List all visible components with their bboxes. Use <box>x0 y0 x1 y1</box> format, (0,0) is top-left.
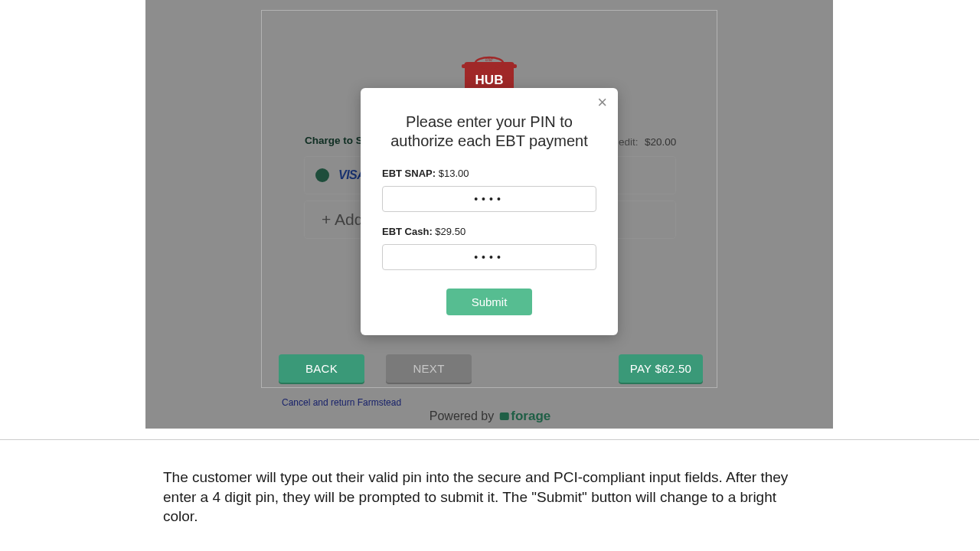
section-divider <box>0 439 979 440</box>
close-icon[interactable]: × <box>597 94 607 111</box>
explanatory-caption: The customer will type out their valid p… <box>163 468 814 527</box>
cash-label: EBT Cash: $29.50 <box>382 226 596 237</box>
submit-button[interactable]: Submit <box>446 289 532 315</box>
modal-title: Please enter your PIN to authorize each … <box>382 112 596 151</box>
screenshot-stage: the HUB ON THE HILL Charge to SN edit: $… <box>0 0 980 440</box>
snap-pin-input[interactable] <box>382 186 596 212</box>
pin-modal: × Please enter your PIN to authorize eac… <box>361 88 618 335</box>
cash-pin-input[interactable] <box>382 244 596 270</box>
snap-label: EBT SNAP: $13.00 <box>382 168 596 179</box>
